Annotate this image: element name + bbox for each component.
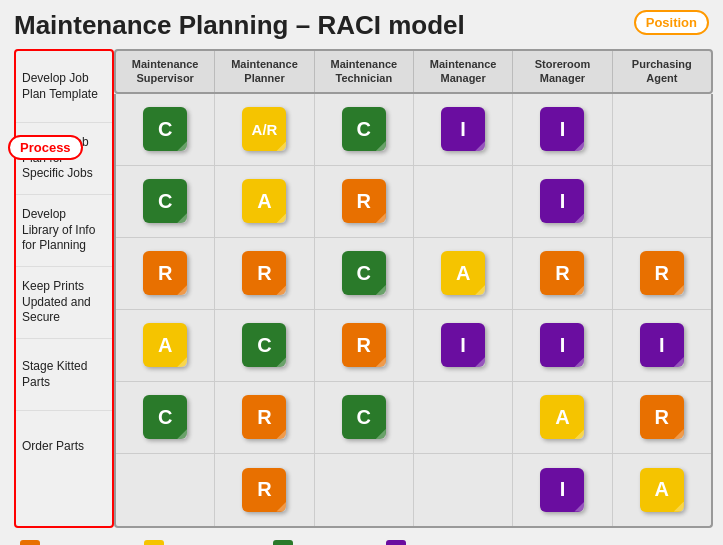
raci-badge: C: [143, 107, 187, 151]
raci-badge: I: [441, 107, 485, 151]
legend-box-consulted: [273, 540, 293, 545]
raci-badge: A: [540, 395, 584, 439]
data-row-2: RRCARR: [116, 238, 711, 310]
data-cell-1-3: [414, 166, 513, 237]
process-cell-3: Keep Prints Updated and Secure: [16, 267, 112, 339]
data-cell-3-3: I: [414, 310, 513, 381]
data-cell-1-0: C: [116, 166, 215, 237]
legend-item-accountable: ACCOUNTABLE: [144, 540, 253, 545]
data-row-3: ACRIII: [116, 310, 711, 382]
raci-badge: R: [242, 251, 286, 295]
raci-badge: I: [640, 323, 684, 367]
data-cell-4-4: A: [513, 382, 612, 453]
legend: RESPONSIBLEACCOUNTABLECONSULTEDINFORMED: [10, 536, 713, 545]
raci-badge: I: [441, 323, 485, 367]
grid-wrap: MaintenanceSupervisorMaintenancePlannerM…: [114, 49, 713, 528]
process-cell-4: Stage Kitted Parts: [16, 339, 112, 411]
raci-badge: R: [242, 468, 286, 512]
raci-badge: C: [143, 179, 187, 223]
page-title: Maintenance Planning – RACI model: [10, 10, 713, 41]
raci-badge: I: [540, 179, 584, 223]
data-cell-2-2: C: [315, 238, 414, 309]
data-cell-0-1: A/R: [215, 94, 314, 165]
data-cell-4-2: C: [315, 382, 414, 453]
raci-badge: A/R: [242, 107, 286, 151]
data-row-0: CA/RCII: [116, 94, 711, 166]
raci-badge: R: [640, 251, 684, 295]
legend-box-accountable: [144, 540, 164, 545]
data-rows: CA/RCIICARIRRCARRACRIIICRCARRIA: [114, 94, 713, 528]
data-cell-2-5: R: [613, 238, 711, 309]
data-cell-3-1: C: [215, 310, 314, 381]
data-cell-1-2: R: [315, 166, 414, 237]
raci-badge: A: [640, 468, 684, 512]
raci-badge: R: [342, 179, 386, 223]
data-cell-2-0: R: [116, 238, 215, 309]
data-row-4: CRCAR: [116, 382, 711, 454]
raci-badge: A: [441, 251, 485, 295]
process-column: Develop Job Plan TemplateDevelop Job Pla…: [14, 49, 114, 528]
data-cell-3-4: I: [513, 310, 612, 381]
raci-badge: I: [540, 323, 584, 367]
process-cell-2: Develop Library of Info for Planning: [16, 195, 112, 267]
legend-item-responsible: RESPONSIBLE: [20, 540, 124, 545]
legend-box-informed: [386, 540, 406, 545]
raci-badge: A: [242, 179, 286, 223]
header-cell-manager: MaintenanceManager: [414, 51, 513, 92]
raci-badge: I: [540, 107, 584, 151]
header-cell-purchasing: PurchasingAgent: [613, 51, 711, 92]
data-cell-0-2: C: [315, 94, 414, 165]
raci-badge: C: [342, 107, 386, 151]
legend-box-responsible: [20, 540, 40, 545]
header-cell-technician: MaintenanceTechnician: [315, 51, 414, 92]
header-cell-supervisor: MaintenanceSupervisor: [116, 51, 215, 92]
data-cell-5-4: I: [513, 454, 612, 526]
raci-badge: I: [540, 468, 584, 512]
process-cell-0: Develop Job Plan Template: [16, 51, 112, 123]
data-cell-5-1: R: [215, 454, 314, 526]
data-cell-1-4: I: [513, 166, 612, 237]
data-cell-5-2: [315, 454, 414, 526]
legend-item-informed: INFORMED: [386, 540, 470, 545]
data-cell-2-1: R: [215, 238, 314, 309]
raci-badge: C: [143, 395, 187, 439]
data-cell-3-2: R: [315, 310, 414, 381]
header-cell-planner: MaintenancePlanner: [215, 51, 314, 92]
data-row-5: RIA: [116, 454, 711, 526]
data-cell-0-3: I: [414, 94, 513, 165]
data-cell-5-0: [116, 454, 215, 526]
position-bubble: Position: [634, 10, 709, 35]
header-row: MaintenanceSupervisorMaintenancePlannerM…: [114, 49, 713, 94]
raci-badge: C: [242, 323, 286, 367]
legend-item-consulted: CONSULTED: [273, 540, 366, 545]
data-cell-0-0: C: [116, 94, 215, 165]
data-cell-4-3: [414, 382, 513, 453]
data-cell-5-5: A: [613, 454, 711, 526]
main-table: Develop Job Plan TemplateDevelop Job Pla…: [14, 49, 713, 528]
raci-badge: R: [342, 323, 386, 367]
page: Maintenance Planning – RACI model Positi…: [0, 0, 723, 545]
data-cell-1-1: A: [215, 166, 314, 237]
data-cell-2-3: A: [414, 238, 513, 309]
raci-badge: C: [342, 395, 386, 439]
data-cell-2-4: R: [513, 238, 612, 309]
data-cell-1-5: [613, 166, 711, 237]
process-cell-5: Order Parts: [16, 411, 112, 483]
header-cell-storeroom: StoreroomManager: [513, 51, 612, 92]
data-cell-4-5: R: [613, 382, 711, 453]
raci-badge: R: [640, 395, 684, 439]
data-cell-3-0: A: [116, 310, 215, 381]
raci-badge: C: [342, 251, 386, 295]
data-row-1: CARI: [116, 166, 711, 238]
process-bubble: Process: [8, 135, 83, 160]
raci-badge: R: [242, 395, 286, 439]
raci-badge: R: [143, 251, 187, 295]
raci-badge: R: [540, 251, 584, 295]
data-cell-0-4: I: [513, 94, 612, 165]
data-cell-4-0: C: [116, 382, 215, 453]
data-cell-5-3: [414, 454, 513, 526]
raci-badge: A: [143, 323, 187, 367]
data-cell-0-5: [613, 94, 711, 165]
data-cell-4-1: R: [215, 382, 314, 453]
data-cell-3-5: I: [613, 310, 711, 381]
